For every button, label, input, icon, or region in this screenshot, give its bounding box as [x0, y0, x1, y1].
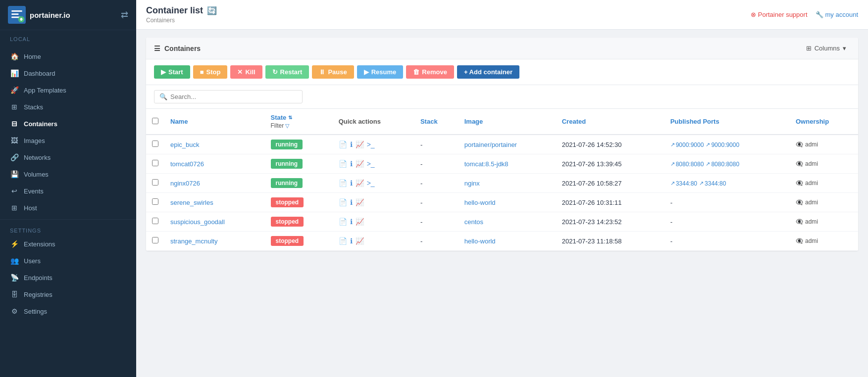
- sidebar-item-settings[interactable]: ⚙ Settings: [0, 303, 136, 320]
- col-stack[interactable]: Stack: [414, 109, 459, 135]
- row-quick-actions-cell: 📄 ℹ 📈: [333, 193, 414, 212]
- image-link[interactable]: portainer/portainer: [464, 141, 517, 148]
- remove-button[interactable]: 🗑 Remove: [406, 65, 454, 79]
- stats-icon[interactable]: 📈: [356, 160, 364, 168]
- container-name-link[interactable]: strange_mcnulty: [170, 237, 217, 245]
- sidebar-item-volumes[interactable]: 💾 Volumes: [0, 166, 136, 183]
- inspect-icon[interactable]: ℹ: [350, 160, 353, 168]
- sidebar-item-networks[interactable]: 🔗 Networks: [0, 149, 136, 166]
- logs-icon[interactable]: 📄: [339, 218, 347, 226]
- kill-button[interactable]: ✕ Kill: [230, 65, 262, 79]
- row-checkbox[interactable]: [152, 237, 158, 243]
- container-name-link[interactable]: suspicious_goodall: [170, 218, 225, 226]
- sidebar-toggle-icon[interactable]: ⇄: [121, 9, 128, 20]
- portainer-support-link[interactable]: ⊗ Portainer support: [751, 11, 808, 18]
- col-name[interactable]: Name: [164, 109, 265, 135]
- sidebar-item-stacks[interactable]: ⊞ Stacks: [0, 98, 136, 115]
- chevron-down-icon: ▾: [843, 45, 846, 52]
- row-select-cell[interactable]: [146, 135, 164, 154]
- row-checkbox[interactable]: [152, 160, 158, 166]
- port-link[interactable]: ↗8080:8080: [670, 161, 704, 168]
- logs-icon[interactable]: 📄: [339, 198, 347, 206]
- stats-icon[interactable]: 📈: [356, 179, 364, 187]
- start-button[interactable]: ▶ Start: [154, 65, 190, 79]
- row-checkbox[interactable]: [152, 141, 158, 147]
- row-select-cell[interactable]: [146, 174, 164, 193]
- col-image[interactable]: Image: [459, 109, 556, 135]
- sidebar-item-images[interactable]: 🖼 Images: [0, 132, 136, 149]
- inspect-icon[interactable]: ℹ: [350, 218, 353, 226]
- stats-icon[interactable]: 📈: [356, 198, 364, 206]
- my-account-link[interactable]: 🔧 my account: [816, 11, 858, 18]
- sidebar-item-registries[interactable]: 🗄 Registries: [0, 286, 136, 303]
- sidebar-item-host[interactable]: ⊞ Host: [0, 199, 136, 216]
- container-name-link[interactable]: tomcat0726: [170, 160, 204, 168]
- logs-icon[interactable]: 📄: [339, 141, 347, 148]
- sidebar-item-extensions[interactable]: ⚡ Extensions: [0, 236, 136, 252]
- terminal-icon[interactable]: >_: [367, 160, 375, 168]
- stats-icon[interactable]: 📈: [356, 141, 364, 148]
- stats-icon[interactable]: 📈: [356, 218, 364, 226]
- columns-button[interactable]: ⊞ Columns ▾: [802, 43, 850, 54]
- inspect-icon[interactable]: ℹ: [350, 237, 353, 245]
- pause-button[interactable]: ⏸ Pause: [312, 65, 354, 79]
- row-select-cell[interactable]: [146, 154, 164, 174]
- add-container-button[interactable]: + Add container: [457, 65, 519, 79]
- eye-slash-icon: 👁‍🗨: [796, 180, 803, 187]
- image-link[interactable]: centos: [464, 218, 483, 226]
- image-link[interactable]: hello-world: [464, 237, 496, 245]
- row-owner-cell: 👁‍🗨 admi: [790, 174, 858, 193]
- resume-button[interactable]: ▶ Resume: [357, 65, 404, 79]
- search-input[interactable]: [170, 93, 297, 100]
- sidebar-item-home[interactable]: 🏠 Home: [0, 48, 136, 65]
- sidebar-item-dashboard[interactable]: 📊 Dashboard: [0, 65, 136, 82]
- port-link[interactable]: ↗9000:9000: [670, 141, 704, 148]
- sidebar-item-events[interactable]: ↩ Events: [0, 183, 136, 199]
- select-all-col[interactable]: [146, 109, 164, 135]
- row-checkbox[interactable]: [152, 218, 158, 224]
- col-created[interactable]: Created: [556, 109, 664, 135]
- logs-icon[interactable]: 📄: [339, 160, 347, 168]
- stop-icon: ■: [200, 68, 204, 76]
- image-link[interactable]: nginx: [464, 180, 480, 187]
- inspect-icon[interactable]: ℹ: [350, 198, 353, 206]
- port-link[interactable]: ↗3344:80: [670, 180, 697, 187]
- state-badge: stopped: [271, 197, 304, 207]
- stop-button[interactable]: ■ Stop: [193, 65, 228, 79]
- col-state[interactable]: State ⇅ Filter ▽: [265, 109, 333, 135]
- sidebar-item-images-label: Images: [24, 137, 45, 144]
- row-select-cell[interactable]: [146, 232, 164, 251]
- inspect-icon[interactable]: ℹ: [350, 141, 353, 148]
- row-checkbox[interactable]: [152, 198, 158, 205]
- restart-button[interactable]: ↻ Restart: [265, 65, 309, 79]
- row-created-cell: 2021-07-26 10:31:11: [556, 193, 664, 212]
- row-checkbox[interactable]: [152, 179, 158, 186]
- inspect-icon[interactable]: ℹ: [350, 179, 353, 187]
- row-select-cell[interactable]: [146, 212, 164, 232]
- image-link[interactable]: tomcat:8.5-jdk8: [464, 160, 509, 168]
- table-row: nginx0726 running 📄 ℹ 📈 >_ - nginx 2021-…: [146, 174, 858, 193]
- port-link[interactable]: ↗9000:9000: [706, 141, 739, 148]
- logs-icon[interactable]: 📄: [339, 179, 347, 187]
- terminal-icon[interactable]: >_: [367, 141, 375, 148]
- port-link[interactable]: ↗3344:80: [699, 180, 726, 187]
- sidebar-item-endpoints[interactable]: 📡 Endpoints: [0, 269, 136, 286]
- logs-icon[interactable]: 📄: [339, 237, 347, 245]
- row-select-cell[interactable]: [146, 193, 164, 212]
- select-all-checkbox[interactable]: [152, 118, 158, 124]
- container-name-link[interactable]: serene_swirles: [170, 199, 213, 206]
- filter-icon[interactable]: ▽: [285, 123, 289, 129]
- stats-icon[interactable]: 📈: [356, 237, 364, 245]
- image-link[interactable]: hello-world: [464, 199, 496, 206]
- search-input-wrap[interactable]: 🔍: [154, 90, 303, 103]
- container-name-link[interactable]: nginx0726: [170, 180, 200, 187]
- port-link[interactable]: ↗8080:8080: [706, 161, 739, 168]
- container-name-link[interactable]: epic_buck: [170, 141, 200, 148]
- terminal-icon[interactable]: >_: [367, 179, 375, 187]
- sidebar-item-containers[interactable]: ⊟ Containers: [0, 115, 136, 132]
- refresh-icon[interactable]: 🔄: [207, 6, 217, 15]
- sidebar-item-app-templates[interactable]: 🚀 App Templates: [0, 82, 136, 98]
- sidebar-item-users[interactable]: 👥 Users: [0, 252, 136, 269]
- col-published-ports[interactable]: Published Ports: [664, 109, 790, 135]
- sidebar-item-extensions-label: Extensions: [24, 240, 55, 248]
